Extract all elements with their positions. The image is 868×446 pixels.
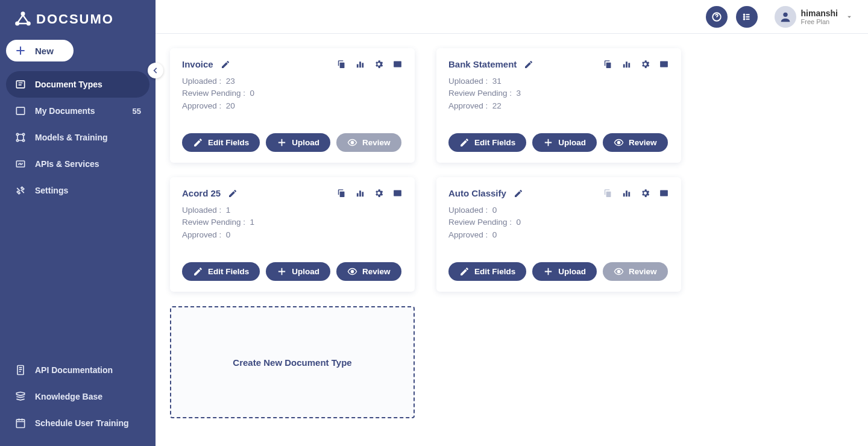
edit-fields-button[interactable]: Edit Fields	[448, 133, 526, 152]
svg-rect-11	[16, 419, 24, 427]
brand-logo: DOCSUMO	[0, 0, 156, 36]
plus-icon	[277, 266, 287, 277]
sidebar-item-knowledge-base[interactable]: Knowledge Base	[6, 383, 149, 410]
approved-value: 22	[492, 101, 502, 110]
edit-icon[interactable]	[228, 189, 237, 198]
sidebar-item-schedule-training[interactable]: Schedule User Training	[6, 410, 149, 436]
upload-button[interactable]: Upload	[266, 262, 330, 281]
create-document-type-card[interactable]: Create New Document Type	[170, 306, 415, 418]
new-button[interactable]: New	[6, 40, 74, 61]
pending-value: 1	[250, 218, 255, 227]
svg-rect-29	[359, 190, 361, 196]
edit-fields-button[interactable]: Edit Fields	[182, 133, 260, 152]
review-label: Review	[362, 267, 391, 276]
review-button[interactable]: Review	[603, 262, 668, 281]
plus-icon	[543, 266, 553, 277]
svg-point-26	[617, 141, 620, 143]
plus-icon	[277, 137, 287, 148]
eye-icon	[347, 266, 357, 277]
mail-icon[interactable]	[392, 188, 403, 198]
plus-icon	[543, 137, 553, 148]
document-type-card: Bank Statement Uploaded : 31 Review Pend…	[436, 48, 681, 163]
upload-button[interactable]: Upload	[266, 133, 330, 152]
uploaded-value: 31	[492, 77, 502, 86]
copy-icon[interactable]	[603, 59, 613, 69]
chart-icon[interactable]	[621, 59, 632, 69]
user-menu[interactable]: himanshi Free Plan	[775, 6, 854, 28]
sidebar-item-settings[interactable]: Settings	[6, 177, 149, 204]
svg-point-7	[16, 139, 18, 141]
edit-icon[interactable]	[221, 60, 230, 69]
topbar: himanshi Free Plan	[156, 0, 868, 34]
sidebar-item-apis-services[interactable]: APIs & Services	[6, 151, 149, 177]
gear-icon[interactable]	[640, 188, 650, 198]
upload-label: Upload	[558, 138, 586, 147]
gear-icon[interactable]	[374, 188, 384, 198]
copy-icon[interactable]	[603, 188, 613, 198]
mail-icon[interactable]	[659, 188, 669, 198]
help-button[interactable]	[706, 6, 728, 28]
activity-button[interactable]	[736, 6, 758, 28]
question-icon	[711, 11, 722, 22]
document-icon	[14, 78, 27, 90]
edit-fields-label: Edit Fields	[474, 267, 515, 276]
uploaded-label: Uploaded :	[448, 206, 488, 215]
svg-rect-30	[362, 192, 363, 196]
pencil-icon	[193, 266, 203, 277]
sidebar-item-my-documents[interactable]: My Documents 55	[6, 98, 149, 124]
pencil-icon	[193, 137, 203, 148]
gear-icon[interactable]	[640, 59, 650, 69]
svg-rect-18	[357, 64, 359, 68]
review-button[interactable]: Review	[336, 133, 401, 152]
sidebar: DOCSUMO New Document Types My Documents …	[0, 0, 156, 446]
eye-icon	[347, 137, 357, 148]
edit-fields-label: Edit Fields	[208, 267, 249, 276]
review-button[interactable]: Review	[336, 262, 401, 281]
brand-text: DOCSUMO	[36, 11, 114, 27]
review-label: Review	[629, 267, 657, 276]
copy-icon[interactable]	[336, 59, 347, 69]
edit-fields-label: Edit Fields	[474, 138, 515, 147]
sidebar-item-document-types[interactable]: Document Types	[6, 71, 149, 98]
sidebar-item-label: API Documentation	[35, 365, 113, 375]
sidebar-collapse-button[interactable]	[148, 63, 163, 78]
copy-icon[interactable]	[336, 188, 347, 198]
sidebar-item-api-documentation[interactable]: API Documentation	[6, 357, 149, 383]
api-icon	[14, 158, 27, 170]
edit-icon[interactable]	[514, 189, 523, 198]
review-button[interactable]: Review	[603, 133, 668, 152]
approved-value: 0	[492, 230, 497, 239]
sidebar-item-label: APIs & Services	[35, 159, 99, 169]
sidebar-item-label: Document Types	[35, 80, 102, 89]
svg-point-15	[743, 18, 744, 19]
chart-icon[interactable]	[355, 188, 365, 198]
svg-point-6	[22, 133, 24, 135]
edit-fields-button[interactable]: Edit Fields	[448, 262, 526, 281]
gear-icon[interactable]	[374, 59, 384, 69]
svg-rect-22	[606, 63, 611, 68]
pending-label: Review Pending :	[448, 218, 512, 227]
mail-icon[interactable]	[392, 59, 403, 69]
sidebar-item-label: Knowledge Base	[35, 392, 102, 401]
uploaded-label: Uploaded :	[182, 206, 221, 215]
edit-icon[interactable]	[524, 60, 533, 69]
svg-point-2	[27, 22, 30, 25]
chart-icon[interactable]	[355, 59, 365, 69]
svg-point-8	[22, 139, 24, 141]
create-card-label: Create New Document Type	[233, 357, 351, 368]
svg-rect-32	[606, 192, 611, 197]
upload-button[interactable]: Upload	[532, 262, 597, 281]
upload-button[interactable]: Upload	[532, 133, 597, 152]
eye-icon	[614, 137, 624, 148]
svg-rect-20	[362, 63, 363, 68]
pending-value: 0	[250, 89, 255, 98]
sidebar-item-models-training[interactable]: Models & Training	[6, 124, 149, 151]
svg-rect-23	[623, 64, 625, 68]
edit-fields-button[interactable]: Edit Fields	[182, 262, 260, 281]
chart-icon[interactable]	[621, 188, 632, 198]
svg-point-13	[743, 14, 744, 15]
mail-icon[interactable]	[659, 59, 669, 69]
uploaded-label: Uploaded :	[182, 77, 221, 86]
pending-value: 0	[517, 218, 521, 227]
chevron-left-icon	[151, 66, 160, 75]
